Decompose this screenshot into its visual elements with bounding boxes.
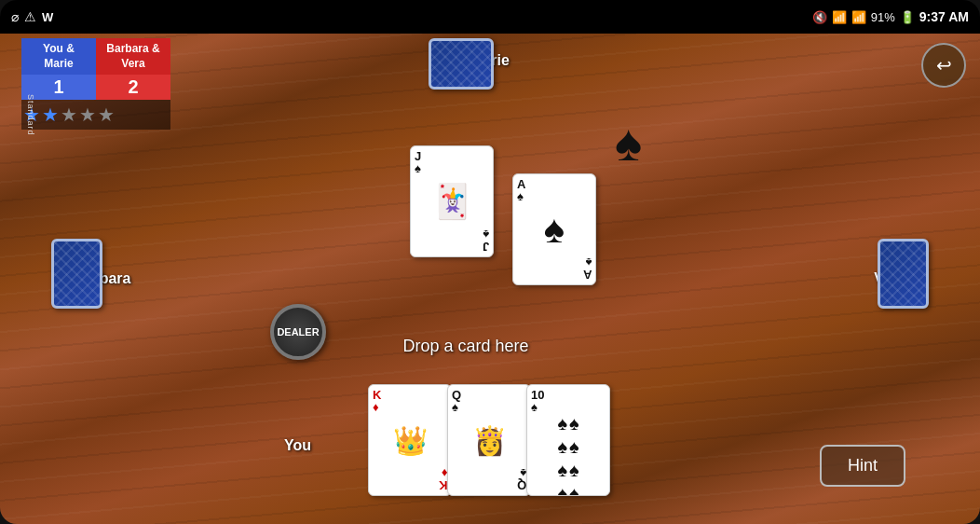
card-rank-top: K♦	[373, 389, 381, 413]
ten-pips: ♠♠ ♠♠ ♠♠ ♠♠ ♠♠	[557, 413, 578, 496]
card-right-facedown	[878, 239, 929, 309]
game-area: Standard You &Marie Barbara &Vera 1 2 ★ …	[0, 34, 980, 524]
star-5: ★	[98, 103, 115, 126]
ace-suit: ♠	[544, 210, 565, 249]
team2-name: Barbara &Vera	[96, 38, 170, 75]
card-rank-top: Q♠	[452, 389, 461, 413]
warning-icon: ⚠	[24, 9, 36, 24]
card-face-center: ♠♠ ♠♠ ♠♠ ♠♠ ♠♠	[531, 413, 606, 496]
card-rank-top: 10♠	[531, 389, 544, 413]
card-king-diamonds[interactable]: K♦ 👑 K♦	[368, 384, 452, 496]
card-top-facedown	[429, 38, 494, 90]
dealer-chip: DEALER	[270, 304, 326, 360]
star-2: ★	[42, 103, 59, 126]
card-queen-spades[interactable]: Q♠ 👸 Q♠	[447, 384, 531, 496]
card-rank-bottom: A♠	[583, 256, 592, 281]
star-4: ★	[79, 103, 96, 126]
card-face-center: ♠	[517, 202, 592, 256]
card-jack-spades[interactable]: J♠ 🃏 J♠	[410, 145, 494, 257]
settings-button[interactable]: ↩	[921, 43, 966, 88]
signal-icon: 📶	[851, 10, 866, 24]
hint-button[interactable]: Hint	[820, 445, 905, 487]
card-rank-bottom: J♠	[483, 228, 489, 253]
jack-figure: 🃏	[431, 185, 473, 218]
card-ace-spades[interactable]: A♠ ♠ A♠	[512, 173, 596, 285]
card-rank-bottom: Q♠	[517, 467, 526, 491]
device-frame: ⌀ ⚠ W 🔇 📶 📶 91% 🔋 9:37 AM Standard You &…	[0, 0, 980, 524]
king-figure: 👑	[393, 424, 428, 457]
status-bar: ⌀ ⚠ W 🔇 📶 📶 91% 🔋 9:37 AM	[0, 0, 980, 34]
score-teams: You &Marie Barbara &Vera	[21, 38, 170, 75]
status-right-info: 🔇 📶 📶 91% 🔋 9:37 AM	[812, 9, 969, 24]
dealer-chip-label: DEALER	[277, 326, 319, 338]
star-3: ★	[61, 103, 77, 126]
battery-level: 91%	[871, 10, 895, 24]
clock: 9:37 AM	[919, 9, 969, 24]
card-rank-top: A♠	[517, 178, 525, 202]
drop-zone-text: Drop a card here	[402, 337, 528, 356]
card-ten-spades[interactable]: 10♠ ♠♠ ♠♠ ♠♠ ♠♠ ♠♠ 10♠	[526, 384, 610, 496]
player-bottom-label: You	[284, 437, 311, 454]
queen-figure: 👸	[472, 424, 507, 457]
battery-icon: 🔋	[900, 10, 915, 24]
card-left-facedown	[51, 239, 102, 309]
team1-name: You &Marie	[21, 38, 96, 75]
scoreboard: Standard You &Marie Barbara &Vera 1 2 ★ …	[5, 38, 170, 130]
stars-row: ★ ★ ★ ★ ★	[21, 100, 170, 130]
card-face-center: 👑	[373, 413, 447, 467]
standard-label: Standard	[26, 94, 35, 136]
card-face-center: 🃏	[415, 174, 489, 228]
card-face-center: 👸	[452, 413, 526, 467]
marie-spade-symbol: ♠	[615, 113, 642, 172]
status-left-icons: ⌀ ⚠ W	[11, 9, 53, 24]
drop-zone[interactable]: Drop a card here	[363, 323, 568, 369]
usb-icon: ⌀	[11, 9, 19, 24]
card-rank-bottom: K♦	[439, 467, 447, 491]
card-rank-top: J♠	[415, 150, 421, 174]
wifi-icon: 📶	[832, 10, 847, 24]
settings-icon: ↩	[936, 54, 952, 76]
mute-icon: 🔇	[812, 10, 827, 24]
team2-score: 2	[96, 75, 170, 100]
w-icon: W	[42, 10, 53, 24]
